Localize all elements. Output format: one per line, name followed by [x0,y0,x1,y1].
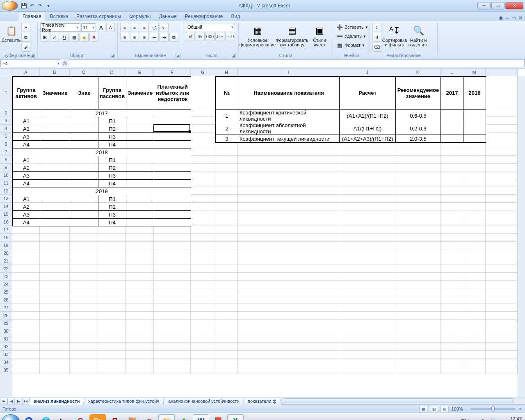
underline-button[interactable]: Ч [60,33,69,42]
taskbar-icq[interactable]: ✿ [176,414,192,420]
taskbar-ok[interactable]: Ок [89,414,106,420]
taskbar-mediaplayer[interactable]: ▶ [55,414,71,420]
border-button[interactable]: ▦ [70,33,79,42]
name-box[interactable]: F4 [0,59,61,67]
formula-input[interactable] [68,59,525,67]
tab-data[interactable]: Данные [155,12,180,21]
format-as-table-button[interactable]: ▤Форматировать как таблицу [276,23,308,48]
autosum-button[interactable]: Σ [372,23,381,32]
dec-decimal-button[interactable]: ←.0 [225,32,234,41]
clear-button[interactable]: ⌫ [372,43,381,52]
bold-button[interactable]: Ж [40,33,49,42]
sheet-tab-0[interactable]: анализ ликвидности [28,398,85,405]
taskbar-explorer[interactable]: 📁 [158,414,175,420]
tab-pagelayout[interactable]: Разметка страницы [72,12,125,21]
view-layout-button[interactable]: ▥ [430,406,438,412]
align-right-button[interactable]: ≡ [140,33,149,42]
tab-home[interactable]: Главная [18,11,46,21]
tab-view[interactable]: Вид [227,12,244,21]
inc-decimal-button[interactable]: .0→ [215,32,224,41]
decrease-font-button[interactable]: A [106,23,115,32]
number-format-combo[interactable]: Общий [186,23,235,31]
sheet-tab-3[interactable]: показатели ф [242,398,281,405]
conditional-format-button[interactable]: ▦Условное форматирование [241,23,274,48]
tray-network-icon[interactable]: 🖧 [481,418,486,420]
find-select-button[interactable]: 🔍Найти и выделить [408,23,429,48]
tab-nav-next[interactable]: ▶ [15,398,22,404]
select-all-button[interactable] [0,68,12,76]
inner-minimize-icon[interactable]: ─ [505,15,509,21]
align-bottom-button[interactable]: ≡ [140,23,149,32]
currency-button[interactable]: ₽ [186,32,195,41]
tab-nav-prev[interactable]: ◀ [7,398,15,404]
tab-review[interactable]: Рецензирование [181,12,227,21]
help-icon[interactable]: ◉ [499,15,503,21]
fill-button[interactable]: ⬇ [372,33,381,42]
taskbar-opera[interactable]: O [72,414,89,420]
zoom-slider[interactable] [470,408,516,410]
taskbar-word[interactable]: W [193,414,209,420]
align-left-button[interactable]: ≡ [120,33,129,42]
sheet-tab-2[interactable]: анализ финансовой устойчивости [163,398,244,405]
zoom-out-button[interactable]: − [466,406,468,411]
cell-styles-button[interactable]: ▣Стили ячеек [310,23,329,48]
font-size-combo[interactable]: 11 [81,23,96,32]
cut-button[interactable]: ✂ [21,23,30,32]
increase-font-button[interactable]: A [97,23,105,32]
orientation-button[interactable]: ⭯ [150,23,159,32]
align-top-button[interactable]: ≡ [120,23,129,32]
tray-clock[interactable]: 12:47 05.05.2021 [499,416,523,420]
taskbar-ie[interactable]: 🌐 [38,414,54,420]
tray-lang[interactable]: RU [461,418,469,420]
column-headers[interactable]: ABCDEFGHIJKLM [12,68,518,76]
office-button[interactable] [2,1,18,11]
taskbar-excel[interactable]: X [227,414,244,420]
formatpainter-button[interactable]: 🖌 [21,43,30,52]
view-normal-button[interactable]: ▦ [419,406,427,412]
italic-button[interactable]: К [50,33,59,42]
wrap-button[interactable]: ⏎ [160,23,169,32]
taskbar-ybrowser[interactable]: ◉ [141,414,158,420]
taskbar-app-1[interactable]: 🧿 [21,414,37,420]
horizontal-scrollbar[interactable] [283,397,525,404]
tray-sound-icon[interactable]: 🔊 [489,418,496,420]
start-button[interactable]: ⊞ [2,414,20,420]
zoom-level[interactable]: 100% [451,406,463,411]
qat-menu-icon[interactable]: ▾ [45,2,52,9]
dialog-launcher-icon[interactable]: ◢ [176,53,180,58]
maximize-button[interactable]: ▭ [491,2,504,9]
delete-cells-button[interactable]: ➖Удалить ▾ [336,32,367,40]
sort-filter-button[interactable]: ᴬ↧Сортировка и фильтр [383,23,406,48]
paste-button[interactable]: 📋 Вставить [2,23,20,44]
tab-nav-first[interactable]: ⏮ [0,398,7,404]
close-button[interactable]: ✕ [505,2,523,9]
align-center-button[interactable]: ≡ [130,33,139,42]
fontcolor-button[interactable]: A [89,33,98,42]
sheet-tab-1[interactable]: характеристика типов фин.устойч [83,398,165,405]
merge-button[interactable]: ⧉ [169,33,178,42]
fx-icon[interactable]: fx [63,61,67,66]
taskbar-calc[interactable]: 🧮 [124,414,140,420]
comma-button[interactable]: 000 [205,32,215,41]
redo-icon[interactable]: ↷ [37,2,43,9]
tray-flag-icon[interactable]: ▲ [472,418,477,420]
fillcolor-button[interactable]: ◆ [80,33,89,42]
taskbar-pdf[interactable]: 📕 [210,414,226,420]
insert-cells-button[interactable]: ➕Вставить ▾ [336,23,367,31]
percent-button[interactable]: % [196,32,205,41]
row-headers[interactable]: 1234567891011121314151617181920212223242… [0,76,12,397]
undo-icon[interactable]: ↶ [29,2,35,9]
indent-inc-button[interactable]: ⇥ [160,33,169,42]
align-middle-button[interactable]: ≡ [130,23,139,32]
dialog-launcher-icon[interactable]: ◢ [231,53,236,58]
vertical-scrollbar[interactable] [518,76,525,397]
dialog-launcher-icon[interactable]: ◢ [30,53,35,58]
tab-insert[interactable]: Вставка [46,12,73,21]
inner-restore-icon[interactable]: ▭ [511,15,516,21]
indent-dec-button[interactable]: ⇤ [150,33,159,42]
zoom-in-button[interactable]: ＋ [518,406,523,412]
inner-close-icon[interactable]: ✕ [518,15,523,21]
save-icon[interactable]: 💾 [21,2,27,9]
tab-formulas[interactable]: Формулы [125,12,155,21]
format-cells-button[interactable]: ▦Формат ▾ [336,41,367,49]
